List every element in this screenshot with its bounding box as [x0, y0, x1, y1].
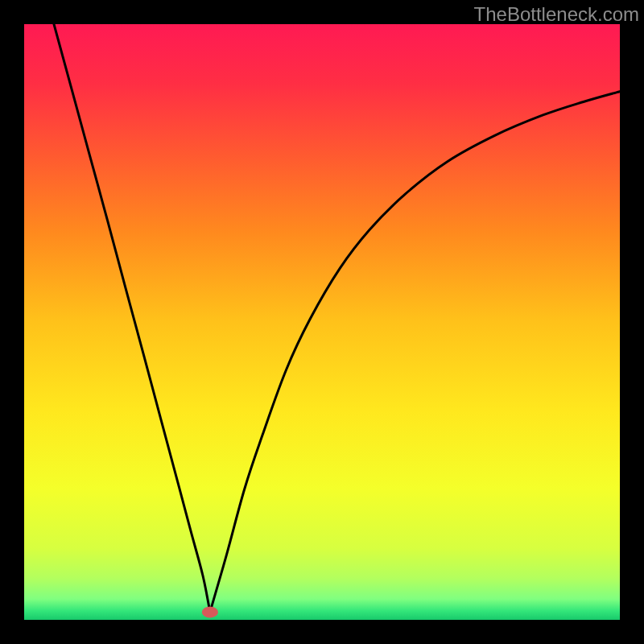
minimum-marker [202, 606, 218, 617]
chart-frame [24, 24, 620, 620]
chart-svg [24, 24, 620, 620]
gradient-fill [24, 24, 620, 620]
watermark-text: TheBottleneck.com [474, 3, 639, 26]
